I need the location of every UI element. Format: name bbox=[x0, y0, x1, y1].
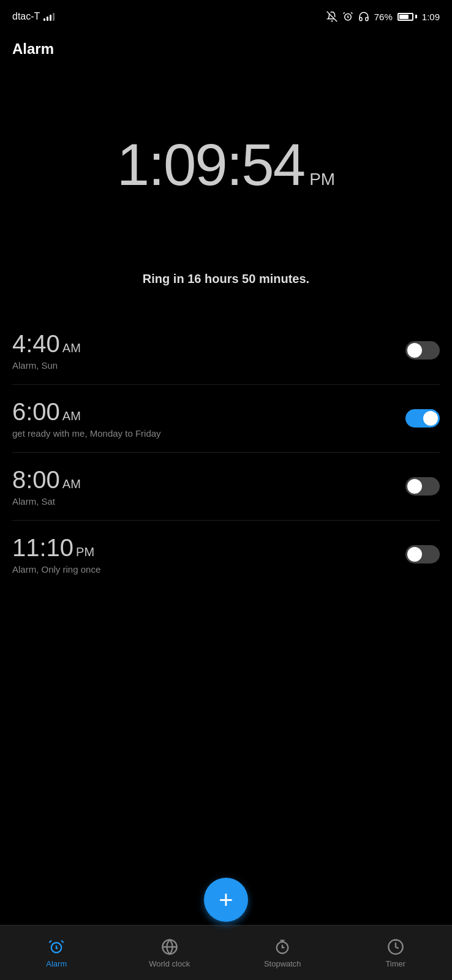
page-title: Alarm bbox=[0, 31, 452, 58]
plus-icon: + bbox=[219, 888, 233, 912]
stopwatch-nav-icon bbox=[273, 938, 292, 956]
clock-display: 1:09:54 PM bbox=[0, 131, 452, 198]
svg-line-5 bbox=[50, 940, 52, 943]
alarm-nav-icon bbox=[47, 938, 66, 956]
current-time: 1:09:54 bbox=[117, 131, 304, 198]
vibrate-icon bbox=[358, 11, 369, 22]
alarm-item-3[interactable]: 8:00AM Alarm, Sat bbox=[12, 453, 440, 521]
battery-percent: 76% bbox=[374, 12, 393, 22]
toggle-knob-3 bbox=[407, 479, 422, 494]
alarm-label-2: get ready with me, Monday to Friday bbox=[12, 428, 161, 439]
nav-item-timer[interactable]: Timer bbox=[339, 932, 453, 974]
nav-item-worldclock[interactable]: World clock bbox=[113, 932, 227, 974]
alarm-time-1: 4:40AM bbox=[12, 330, 81, 358]
add-alarm-fab[interactable]: + bbox=[204, 878, 248, 922]
alarm-time-2: 6:00AM bbox=[12, 398, 161, 426]
globe-nav-icon bbox=[160, 938, 179, 956]
timer-nav-icon bbox=[386, 938, 405, 956]
svg-line-6 bbox=[61, 940, 64, 943]
status-time: 1:09 bbox=[422, 12, 440, 22]
notification-off-icon bbox=[326, 11, 337, 22]
nav-item-stopwatch[interactable]: Stopwatch bbox=[226, 932, 339, 974]
alarm-label-1: Alarm, Sun bbox=[12, 360, 81, 371]
status-bar: dtac-T 76% bbox=[0, 0, 452, 31]
alarm-toggle-4[interactable] bbox=[405, 545, 440, 564]
svg-line-2 bbox=[343, 12, 344, 13]
alarm-time-3: 8:00AM bbox=[12, 466, 81, 494]
alarm-toggle-1[interactable] bbox=[405, 341, 440, 360]
status-alarm-icon bbox=[342, 11, 353, 22]
alarm-info-1: 4:40AM Alarm, Sun bbox=[12, 330, 81, 371]
nav-item-alarm[interactable]: Alarm bbox=[0, 932, 113, 974]
nav-label-timer: Timer bbox=[385, 959, 405, 968]
clock-period: PM bbox=[309, 170, 335, 189]
status-right: 76% 1:09 bbox=[326, 11, 440, 22]
alarm-info-2: 6:00AM get ready with me, Monday to Frid… bbox=[12, 398, 161, 439]
nav-label-alarm: Alarm bbox=[46, 959, 67, 968]
alarm-info-3: 8:00AM Alarm, Sat bbox=[12, 466, 81, 507]
toggle-knob-2 bbox=[423, 411, 438, 426]
carrier-name: dtac-T bbox=[12, 11, 40, 22]
signal-strength bbox=[43, 12, 55, 21]
svg-line-3 bbox=[351, 12, 352, 13]
alarm-label-4: Alarm, Only ring once bbox=[12, 564, 100, 575]
alarm-time-4: 11:10PM bbox=[12, 534, 100, 562]
alarm-item-1[interactable]: 4:40AM Alarm, Sun bbox=[12, 317, 440, 385]
carrier-info: dtac-T bbox=[12, 11, 55, 22]
alarm-item-2[interactable]: 6:00AM get ready with me, Monday to Frid… bbox=[12, 385, 440, 453]
alarm-info-4: 11:10PM Alarm, Only ring once bbox=[12, 534, 100, 575]
ring-notice: Ring in 16 hours 50 minutes. bbox=[0, 272, 452, 286]
nav-label-stopwatch: Stopwatch bbox=[264, 959, 301, 968]
alarm-item-4[interactable]: 11:10PM Alarm, Only ring once bbox=[12, 521, 440, 588]
toggle-knob-4 bbox=[407, 547, 422, 562]
bottom-nav: Alarm World clock Stopwatch bbox=[0, 925, 452, 980]
alarm-label-3: Alarm, Sat bbox=[12, 496, 81, 507]
alarm-toggle-3[interactable] bbox=[405, 477, 440, 496]
battery-indicator bbox=[397, 13, 417, 21]
toggle-knob-1 bbox=[407, 343, 422, 358]
svg-line-0 bbox=[327, 12, 337, 22]
nav-label-worldclock: World clock bbox=[149, 959, 190, 968]
alarm-toggle-2[interactable] bbox=[405, 409, 440, 428]
alarm-list: 4:40AM Alarm, Sun 6:00AM get ready with … bbox=[0, 317, 452, 588]
